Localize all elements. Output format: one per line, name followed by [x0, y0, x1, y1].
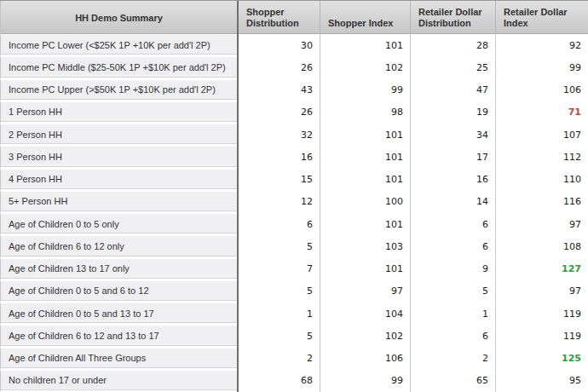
cell-value: 9 — [410, 258, 495, 280]
cell-value: 104 — [320, 303, 410, 325]
table-body: Income PC Lower (<$25K 1P +10K per add'l… — [0, 34, 588, 392]
row-label: Income PC Lower (<$25K 1P +10K per add'l… — [0, 34, 237, 56]
cell-value: 15 — [239, 169, 320, 191]
cell-value: 34 — [410, 124, 495, 146]
cell-value: 101 — [320, 169, 410, 191]
row-label: Age of Children 0 to 5 and 13 to 17 — [0, 303, 237, 325]
table-row: 2 Person HH 32 101 34 107 — [0, 124, 588, 146]
cell-value: 102 — [320, 325, 410, 347]
cell-value: 1 — [239, 303, 320, 325]
col-header-retailer-dollar-distribution[interactable]: Retailer Dollar Distribution — [410, 1, 495, 34]
cell-value: 16 — [239, 146, 320, 168]
table-header-row: HH Demo Summary Shopper Distribution Sho… — [0, 0, 588, 34]
cell-value: 5 — [239, 325, 320, 347]
table-row: Age of Children 6 to 12 and 13 to 17 5 1… — [0, 325, 588, 347]
cell-value: 6 — [410, 325, 495, 347]
table-row: Age of Children 6 to 12 only 5 103 6 108 — [0, 235, 588, 257]
cell-value: 112 — [495, 146, 588, 168]
cell-value: 19 — [410, 101, 495, 124]
row-label: Income PC Upper (>$50K 1P +$10K per add'… — [0, 79, 237, 101]
cell-value: 100 — [320, 191, 410, 213]
cell-value: 25 — [410, 56, 495, 78]
cell-value: 47 — [410, 79, 495, 101]
table-row: Income PC Upper (>$50K 1P +$10K per add'… — [0, 79, 588, 101]
table-row: 3 Person HH 16 101 17 112 — [0, 146, 588, 168]
row-label: 4 Person HH — [0, 169, 237, 191]
hh-demo-summary-table: HH Demo Summary Shopper Distribution Sho… — [0, 0, 588, 392]
cell-value: 26 — [239, 56, 320, 78]
cell-value: 32 — [239, 124, 320, 146]
cell-value: 43 — [239, 79, 320, 101]
cell-value: 98 — [320, 101, 410, 124]
table-row: 5+ Person HH 12 100 14 116 — [0, 191, 588, 213]
row-label: Age of Children 13 to 17 only — [0, 258, 237, 280]
cell-value: 28 — [410, 34, 495, 56]
table-row: Age of Children 0 to 5 and 6 to 12 5 97 … — [0, 280, 588, 303]
cell-value: 106 — [320, 348, 410, 370]
table-row: Age of Children 13 to 17 only 7 101 9 12… — [0, 258, 588, 280]
cell-value: 12 — [239, 191, 320, 213]
table-row: Age of Children 0 to 5 and 13 to 17 1 10… — [0, 303, 588, 325]
cell-value: 97 — [495, 213, 588, 235]
cell-value: 2 — [239, 348, 320, 370]
cell-value: 101 — [320, 34, 410, 56]
cell-value: 7 — [239, 258, 320, 280]
cell-value: 97 — [495, 280, 588, 303]
cell-value: 5 — [239, 235, 320, 257]
col-header-retailer-dollar-index[interactable]: Retailer Dollar Index — [495, 1, 588, 34]
cell-value: 99 — [495, 56, 588, 78]
row-label: 3 Person HH — [0, 146, 237, 168]
cell-value: 101 — [320, 146, 410, 168]
cell-value: 102 — [320, 56, 410, 78]
cell-value: 68 — [239, 370, 320, 392]
cell-value: 14 — [410, 191, 495, 213]
cell-value: 5 — [239, 280, 320, 303]
cell-value: 116 — [495, 191, 588, 213]
row-label: 2 Person HH — [0, 124, 237, 146]
cell-value: 6 — [410, 235, 495, 257]
cell-value: 30 — [239, 34, 320, 56]
cell-value: 6 — [410, 213, 495, 235]
cell-value: 119 — [495, 325, 588, 347]
table-row: 1 Person HH 26 98 19 71 — [0, 101, 588, 124]
corner-header[interactable]: HH Demo Summary — [0, 1, 237, 34]
cell-value: 71 — [495, 101, 588, 124]
cell-value: 106 — [495, 79, 588, 101]
cell-value: 101 — [320, 124, 410, 146]
table-row: 4 Person HH 15 101 16 110 — [0, 169, 588, 191]
cell-value: 101 — [320, 258, 410, 280]
cell-value: 108 — [495, 235, 588, 257]
cell-value: 110 — [495, 169, 588, 191]
cell-value: 92 — [495, 34, 588, 56]
row-label: Age of Children 0 to 5 only — [0, 213, 237, 235]
cell-value: 107 — [495, 124, 588, 146]
table-row: Age of Children All Three Groups 2 106 2… — [0, 348, 588, 370]
row-label: Age of Children 6 to 12 and 13 to 17 — [0, 325, 237, 347]
row-label: Age of Children 6 to 12 only — [0, 235, 237, 257]
cell-value: 26 — [239, 101, 320, 124]
cell-value: 16 — [410, 169, 495, 191]
cell-value: 103 — [320, 235, 410, 257]
cell-value: 2 — [410, 348, 495, 370]
cell-value: 125 — [495, 348, 588, 370]
cell-value: 17 — [410, 146, 495, 168]
cell-value: 5 — [410, 280, 495, 303]
row-label: No children 17 or under — [0, 370, 237, 392]
table-row: Income PC Lower (<$25K 1P +10K per add'l… — [0, 34, 588, 56]
cell-value: 6 — [239, 213, 320, 235]
col-header-shopper-distribution[interactable]: Shopper Distribution — [239, 1, 320, 34]
cell-value: 95 — [495, 370, 588, 392]
cell-value: 97 — [320, 280, 410, 303]
cell-value: 127 — [495, 258, 588, 280]
table-row: No children 17 or under 68 99 65 95 — [0, 370, 588, 392]
cell-value: 101 — [320, 213, 410, 235]
row-label: 5+ Person HH — [0, 191, 237, 213]
col-header-shopper-index[interactable]: Shopper Index — [320, 1, 410, 34]
table-row: Age of Children 0 to 5 only 6 101 6 97 — [0, 213, 588, 235]
cell-value: 99 — [320, 370, 410, 392]
cell-value: 119 — [495, 303, 588, 325]
cell-value: 99 — [320, 79, 410, 101]
row-label: 1 Person HH — [0, 101, 237, 124]
table-row: Income PC Middle ($25-50K 1P +$10K per a… — [0, 56, 588, 78]
row-label: Age of Children All Three Groups — [0, 348, 237, 370]
